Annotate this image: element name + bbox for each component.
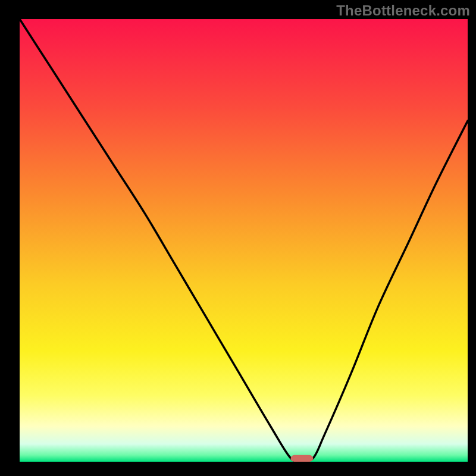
optimum-marker: [291, 455, 314, 462]
plot-area: [20, 19, 468, 462]
chart-stage: TheBottleneck.com: [0, 0, 476, 476]
watermark-text: TheBottleneck.com: [336, 2, 470, 19]
chart-svg: [0, 0, 476, 476]
